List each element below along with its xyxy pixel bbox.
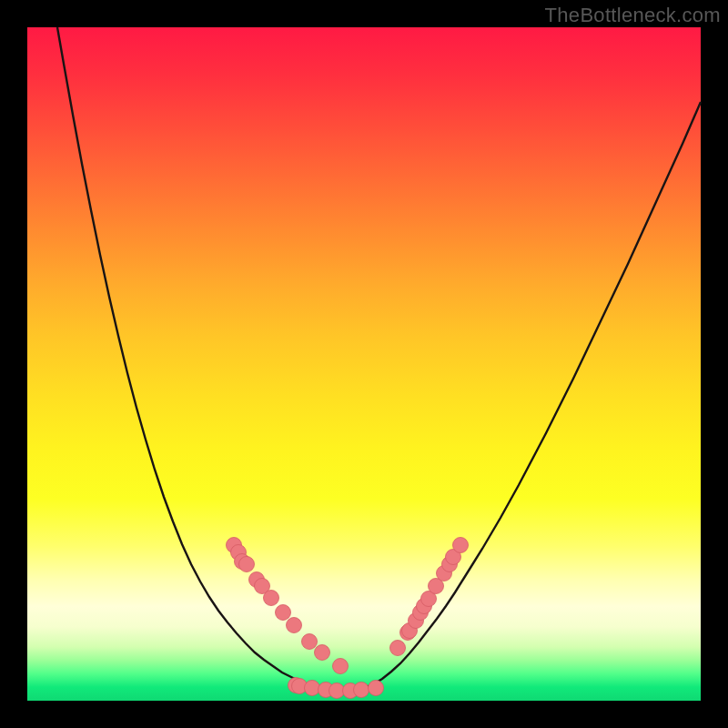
marker-dot	[239, 557, 255, 572]
data-markers	[227, 538, 469, 699]
chart-frame: TheBottleneck.com	[0, 0, 728, 728]
bottleneck-curve	[57, 27, 701, 691]
marker-dot	[354, 682, 369, 698]
marker-dot	[333, 659, 349, 674]
marker-dot	[315, 645, 330, 661]
marker-dot	[276, 605, 291, 621]
marker-dot	[287, 618, 302, 633]
marker-dot	[329, 683, 345, 699]
marker-dot	[305, 681, 320, 696]
watermark-text: TheBottleneck.com	[545, 4, 721, 27]
marker-dot	[453, 538, 469, 553]
plot-area	[27, 27, 701, 701]
marker-dot	[264, 591, 279, 606]
marker-dot	[302, 634, 318, 650]
chart-svg	[27, 27, 701, 701]
marker-dot	[390, 641, 406, 656]
marker-dot	[369, 681, 384, 696]
